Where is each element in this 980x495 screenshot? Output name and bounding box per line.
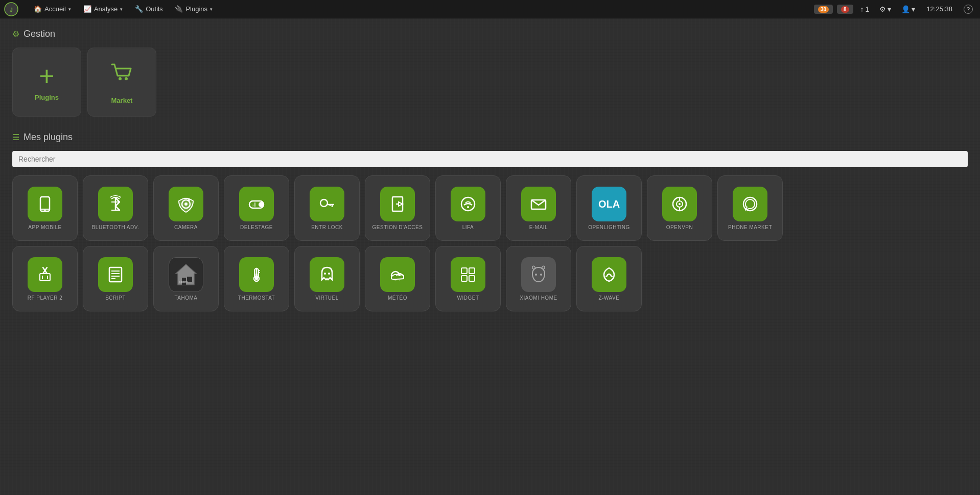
plugins-row1: APP MOBILE BLUETOOTH ADV.: [12, 175, 968, 241]
help-icon: ?: [964, 5, 973, 14]
plus-icon: +: [39, 63, 54, 89]
cart-icon: [109, 60, 135, 93]
svg-rect-36: [109, 267, 122, 282]
svg-point-53: [324, 273, 326, 275]
svg-point-6: [44, 210, 46, 211]
plugins-row2: RF PLAYER 2 SCRIPT: [12, 246, 968, 311]
svg-point-2: [119, 77, 122, 80]
svg-point-11: [184, 202, 188, 206]
vpn-icon: [662, 187, 697, 221]
gestion-section-title: ⚙ Gestion: [12, 29, 968, 39]
svg-point-54: [328, 273, 330, 275]
nav-outils[interactable]: 🔧 Outils: [130, 3, 168, 15]
script-icon: [98, 257, 133, 292]
user-btn[interactable]: 👤 ▾: [898, 4, 918, 14]
nav-accueil[interactable]: 🏠 Accueil ▾: [29, 3, 76, 15]
plugin-script[interactable]: SCRIPT: [83, 246, 148, 311]
plugin-email[interactable]: E-MAIL: [506, 175, 571, 241]
search-input[interactable]: [12, 151, 968, 167]
plugin-app-mobile[interactable]: APP MOBILE: [12, 175, 78, 241]
plugin-bluetooth-adv[interactable]: BLUETOOTH ADV.: [83, 175, 148, 241]
plugin-camera[interactable]: CAMERA: [153, 175, 219, 241]
settings-btn[interactable]: ⚙ ▾: [876, 4, 894, 14]
user-icon: 👤: [901, 5, 910, 13]
nav-analyse[interactable]: 📈 Analyse ▾: [78, 3, 128, 15]
navbar: J 🏠 Accueil ▾ 📈 Analyse ▾ 🔧 Outils 🔌 Plu…: [0, 0, 980, 18]
plugin-gestion-acces[interactable]: Gestion d'accès: [365, 175, 430, 241]
time-display: 12:25:38: [922, 5, 956, 13]
gestion-grid: + Plugins Market: [12, 48, 968, 117]
plugins-icon: 🔌: [175, 5, 183, 13]
brand[interactable]: J: [4, 2, 20, 16]
plugin-z-wave[interactable]: Z-WAVE: [576, 246, 642, 311]
email-icon: [521, 187, 556, 221]
chevron-down-icon: ▾: [888, 5, 891, 13]
analyse-icon: 📈: [83, 5, 91, 13]
tahoma-icon: somfy: [169, 257, 203, 292]
help-btn[interactable]: ?: [961, 4, 976, 15]
svg-point-50: [255, 277, 258, 280]
navbar-right: 30 8 ↑1 ⚙ ▾ 👤 ▾ 12:25:38 ?: [814, 4, 976, 15]
connection-icon: ↑: [860, 5, 864, 13]
bluetooth-icon: [98, 187, 133, 221]
plugin-openlighting[interactable]: OLA Openlighting: [576, 175, 642, 241]
ghost-icon: [310, 257, 344, 292]
svg-point-14: [259, 202, 264, 207]
plugin-delestage[interactable]: ○ DELESTAGE: [224, 175, 289, 241]
plugin-virtuel[interactable]: VIRTUEL: [294, 246, 360, 311]
svg-rect-58: [461, 268, 467, 274]
outils-icon: 🔧: [135, 5, 143, 13]
door-icon: [380, 187, 415, 221]
plugin-rf-player[interactable]: RF PLAYER 2: [12, 246, 78, 311]
whatsapp-icon: [733, 187, 767, 221]
plugin-meteo[interactable]: MÉTÉO: [365, 246, 430, 311]
gear-icon: ⚙: [879, 5, 886, 13]
svg-text:○: ○: [252, 204, 254, 207]
plugin-xiaomi-home[interactable]: XIAOMI HOME: [506, 246, 571, 311]
plugin-phone-market[interactable]: PHONE MARKET: [717, 175, 783, 241]
gear-icon: ⚙: [12, 29, 19, 39]
xiaomi-icon: [521, 257, 556, 292]
chevron-down-icon: ▾: [120, 7, 123, 12]
plugin-openvpn[interactable]: OPENVPN: [647, 175, 712, 241]
camera-icon: [169, 187, 203, 221]
plugins-card[interactable]: + Plugins: [12, 48, 81, 117]
connections-btn[interactable]: ↑1: [857, 4, 873, 14]
delestage-icon: ○: [239, 187, 274, 221]
svg-rect-33: [40, 274, 50, 281]
jeedom-logo: J: [4, 2, 18, 16]
notif-badge-orange[interactable]: 30: [814, 5, 833, 14]
svg-rect-60: [461, 276, 467, 281]
notif-badge-red[interactable]: 8: [837, 5, 853, 14]
ola-icon: OLA: [592, 187, 626, 221]
plugin-lifa[interactable]: LIFA: [435, 175, 501, 241]
plugin-thermostat[interactable]: THERMOSTAT: [224, 246, 289, 311]
cloud-icon: [380, 257, 415, 292]
plugin-entr-lock[interactable]: ENTR LOCK: [294, 175, 360, 241]
mes-plugins-section-title: ☰ Mes plugins: [12, 132, 968, 143]
app-mobile-icon: [28, 187, 62, 221]
wifi-circle-icon: [451, 187, 485, 221]
page-content: ⚙ Gestion + Plugins Market ☰ Mes plugins: [0, 18, 980, 322]
svg-text:somfy: somfy: [179, 280, 188, 283]
nav-menu: 🏠 Accueil ▾ 📈 Analyse ▾ 🔧 Outils 🔌 Plugi…: [29, 3, 814, 15]
search-container: [12, 151, 968, 167]
chevron-down-icon: ▾: [210, 7, 213, 12]
thermostat-icon: [239, 257, 274, 292]
nav-plugins[interactable]: 🔌 Plugins ▾: [170, 3, 218, 15]
plugin-widget[interactable]: WIDGET: [435, 246, 501, 311]
svg-point-62: [535, 274, 537, 276]
widget-icon: [451, 257, 485, 292]
key-icon: [310, 187, 344, 221]
svg-point-23: [467, 206, 469, 208]
home-icon: 🏠: [34, 5, 42, 13]
zwave-icon: [592, 257, 626, 292]
svg-point-17: [320, 199, 328, 207]
svg-rect-61: [469, 276, 475, 281]
list-icon: ☰: [12, 132, 19, 142]
plugin-tahoma[interactable]: somfy Tahoma: [153, 246, 219, 311]
market-card[interactable]: Market: [87, 48, 156, 117]
rf-icon: [28, 257, 62, 292]
svg-point-63: [540, 274, 542, 276]
chevron-down-icon: ▾: [68, 7, 71, 12]
